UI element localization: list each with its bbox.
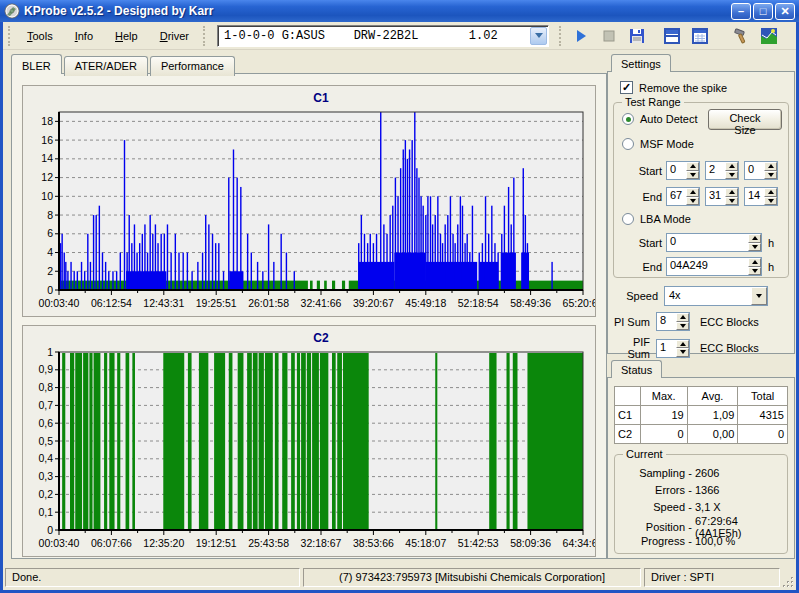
msf-end-spinner-1[interactable]: 31 [705, 187, 739, 206]
msf-end-spinner-0[interactable]: 67 [666, 187, 700, 206]
msf-end-spinner-1-down-button[interactable] [725, 197, 738, 206]
msf-start-spinner-0[interactable]: 0 [666, 161, 700, 180]
pi-sum-spinner-up-button[interactable] [676, 313, 689, 322]
remove-spike-checkbox-row[interactable]: Remove the spike [620, 81, 727, 94]
msf-start-spinner-2-up-button[interactable] [764, 162, 777, 171]
tab-bler[interactable]: BLER [11, 54, 62, 74]
lba-end-spinner[interactable]: 04A249 [666, 257, 762, 276]
graph-button[interactable] [756, 24, 782, 48]
window-title: KProbe v2.5.2 - Designed by Karr [24, 4, 731, 18]
pif-sum-label: PIF Sum [608, 336, 656, 360]
svg-text:14: 14 [41, 152, 53, 164]
msf-end-spinner-2[interactable]: 14 [744, 187, 778, 206]
auto-detect-radio[interactable] [622, 113, 634, 125]
down-arrow-icon [752, 269, 758, 273]
svg-text:52:18:54: 52:18:54 [458, 297, 499, 309]
remove-spike-checkbox[interactable] [620, 81, 633, 94]
msf-start-spinner-1[interactable]: 2 [705, 161, 739, 180]
menu-item-info[interactable]: Info [64, 27, 104, 45]
titlebar: KProbe v2.5.2 - Designed by Karr – □ ✕ [0, 0, 799, 22]
combo-dropdown-button[interactable] [530, 27, 547, 45]
lba-start-spinner[interactable]: 0 [666, 233, 762, 252]
msf-start-spinner-1-up-button[interactable] [725, 162, 738, 171]
graph-icon [760, 27, 778, 45]
pif-sum-spinner-up-button[interactable] [676, 340, 689, 349]
auto-detect-radio-row[interactable]: Auto Detect [622, 113, 697, 125]
chart-c1: 02468101214161800:03:4006:12:5412:43:311… [23, 86, 595, 316]
play-icon [572, 27, 590, 45]
svg-text:19:25:51: 19:25:51 [196, 297, 237, 309]
msf-start-spinner-2[interactable]: 0 [744, 161, 778, 180]
msf-end-spinner-0-down-button[interactable] [686, 197, 699, 206]
auto-detect-label: Auto Detect [640, 113, 697, 125]
menu-item-tools[interactable]: Tools [16, 27, 64, 45]
msf-start-spinner-0-up-button[interactable] [686, 162, 699, 171]
tab-performance[interactable]: Performance [150, 56, 235, 76]
value-cell: 0 [640, 425, 687, 444]
lba-start-spinner-up-button[interactable] [748, 234, 761, 243]
maximize-button[interactable]: □ [753, 3, 773, 20]
menu-item-help[interactable]: Help [104, 27, 149, 45]
table-header-cell: Max. [640, 387, 687, 406]
svg-text:0: 0 [47, 284, 53, 296]
lba-end-spinner-value: 04A249 [667, 258, 748, 275]
msf-end-spinner-1-up-button[interactable] [725, 188, 738, 197]
close-button[interactable]: ✕ [775, 3, 795, 20]
toolbar-gripper[interactable] [559, 26, 564, 46]
msf-end-spinner-2-down-button[interactable] [764, 197, 777, 206]
msf-start-spinner-1-value: 2 [706, 162, 725, 179]
stop-scan-button[interactable] [596, 24, 622, 48]
lba-start-unit: h [768, 237, 774, 249]
stop-icon [600, 27, 618, 45]
start-scan-button[interactable] [568, 24, 594, 48]
pif-sum-spinner[interactable]: 1 [656, 339, 690, 358]
pi-sum-spinner-down-button[interactable] [676, 322, 689, 331]
speed-combobox[interactable]: 4x [664, 286, 768, 306]
lba-mode-radio[interactable] [622, 213, 634, 225]
svg-text:16: 16 [41, 134, 53, 146]
app-window: KProbe v2.5.2 - Designed by Karr – □ ✕ T… [0, 0, 799, 593]
drive-select-combobox[interactable]: 1-0-0-0 G:ASUS DRW-22B2L 1.02 [217, 25, 549, 47]
value-cell: 19 [640, 406, 687, 425]
tab-ater-ader[interactable]: ATER/ADER [64, 56, 148, 76]
toolbar-gripper[interactable] [8, 26, 13, 46]
pi-sum-spinner[interactable]: 8 [656, 312, 690, 331]
toolbar: ToolsInfoHelpDriver 1-0-0-0 G:ASUS DRW-2… [3, 22, 796, 50]
lba-start-spinner-down-button[interactable] [748, 243, 761, 252]
svg-text:65:20:65: 65:20:65 [563, 297, 595, 309]
tab-settings[interactable]: Settings [611, 54, 671, 72]
pi-sum-spinner-buttons [676, 313, 689, 330]
msf-end-spinner-0-up-button[interactable] [686, 188, 699, 197]
msf-start-spinner-0-down-button[interactable] [686, 171, 699, 180]
speed-dropdown-button[interactable] [751, 287, 767, 305]
pif-sum-spinner-down-button[interactable] [676, 348, 689, 357]
tab-status[interactable]: Status [611, 360, 662, 378]
lba-end-spinner-up-button[interactable] [748, 258, 761, 267]
svg-text:8: 8 [47, 209, 53, 221]
down-arrow-icon [690, 199, 696, 203]
menu-item-driver[interactable]: Driver [149, 27, 200, 45]
resize-grip[interactable] [782, 576, 795, 589]
report-grid-button[interactable] [687, 24, 713, 48]
msf-start-spinner-2-down-button[interactable] [764, 171, 777, 180]
msf-mode-radio[interactable] [622, 138, 634, 150]
msf-start-spinner-1-down-button[interactable] [725, 171, 738, 180]
msf-mode-radio-row[interactable]: MSF Mode [622, 138, 694, 150]
svg-text:32:41:66: 32:41:66 [301, 297, 342, 309]
tools-button[interactable] [728, 24, 754, 48]
up-arrow-icon [690, 190, 696, 194]
save-button[interactable] [624, 24, 650, 48]
lba-end-spinner-down-button[interactable] [748, 267, 761, 276]
msf-end-spinner-2-up-button[interactable] [764, 188, 777, 197]
lba-mode-radio-row[interactable]: LBA Mode [622, 213, 691, 225]
lba-end-label: End [614, 261, 666, 273]
up-arrow-icon [752, 236, 758, 240]
bler-tab-page: 02468101214161800:03:4006:12:5412:43:311… [11, 73, 607, 559]
toolbar-gripper[interactable] [203, 26, 208, 46]
chart-c2: 00,10,20,30,40,50,60,70,80,9100:03:4006:… [23, 326, 595, 556]
current-row-value: 2606 [695, 467, 783, 479]
minimize-button[interactable]: – [731, 3, 751, 20]
row-label-cell: C2 [615, 425, 641, 444]
split-view-button[interactable] [659, 24, 685, 48]
check-size-button[interactable]: Check Size [708, 109, 782, 130]
